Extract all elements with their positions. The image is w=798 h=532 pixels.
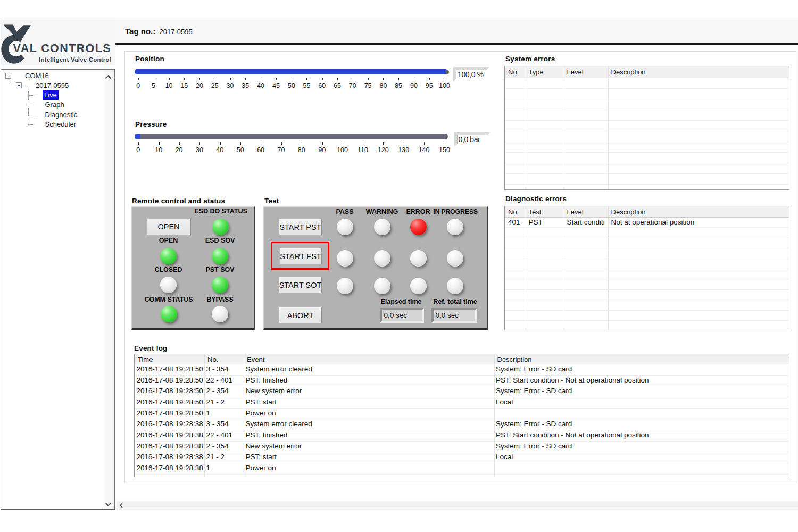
svg-text:Intelligent Valve Control: Intelligent Valve Control: [39, 56, 111, 63]
svg-text:VAL CONTROLS: VAL CONTROLS: [13, 42, 111, 55]
